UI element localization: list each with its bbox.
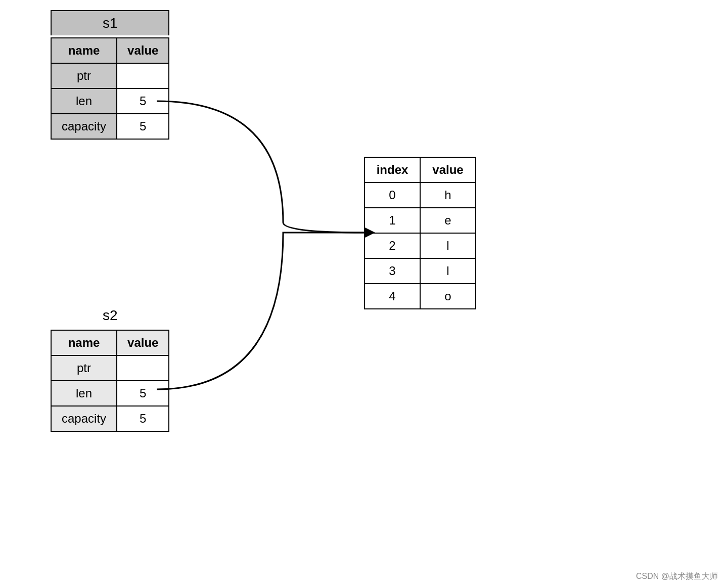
table-row: 3l (365, 258, 476, 284)
s1-header-value: value (117, 38, 169, 63)
array-row-value: l (420, 233, 476, 258)
array-row-index: 2 (365, 233, 420, 258)
array-row-value: e (420, 208, 476, 233)
array-row-index: 0 (365, 183, 420, 208)
array-row-value: h (420, 183, 476, 208)
table-row: 2l (365, 233, 476, 258)
array-header-value: value (420, 157, 476, 183)
s2-header-row: name value (51, 330, 169, 355)
s1-row-name: len (51, 88, 117, 114)
s2-row-name: capacity (51, 406, 117, 431)
array-header-row: index value (365, 157, 476, 183)
main-container: s1 name value ptrlen5capacity5 s2 name v… (0, 0, 728, 587)
s1-row-name: ptr (51, 63, 117, 88)
array-row-value: l (420, 258, 476, 284)
s1-row-value (117, 63, 169, 88)
s2-wrapper: s2 name value ptrlen5capacity5 (51, 303, 169, 432)
array-row-index: 3 (365, 258, 420, 284)
s1-header-name: name (51, 38, 117, 63)
table-row: ptr (51, 355, 169, 381)
s2-row-name: ptr (51, 355, 117, 381)
table-row: capacity5 (51, 114, 169, 139)
array-header-index: index (365, 157, 420, 183)
table-row: 1e (365, 208, 476, 233)
table-row: len5 (51, 88, 169, 114)
s2-row-value: 5 (117, 381, 169, 406)
table-row: len5 (51, 381, 169, 406)
s2-header-value: value (117, 330, 169, 355)
s2-header-name: name (51, 330, 117, 355)
s1-label: s1 (51, 10, 169, 35)
table-row: ptr (51, 63, 169, 88)
watermark: CSDN @战术摸鱼大师 (636, 571, 718, 582)
s2-table: name value ptrlen5capacity5 (51, 330, 169, 432)
array-row-index: 1 (365, 208, 420, 233)
s1-row-name: capacity (51, 114, 117, 139)
table-row: 0h (365, 183, 476, 208)
s1-header-row: name value (51, 38, 169, 63)
s2-row-value: 5 (117, 406, 169, 431)
table-row: 4o (365, 284, 476, 309)
array-table: index value 0h1e2l3l4o (364, 157, 476, 309)
array-row-index: 4 (365, 284, 420, 309)
s2-row-name: len (51, 381, 117, 406)
array-wrapper: index value 0h1e2l3l4o (364, 157, 476, 309)
s1-wrapper: s1 name value ptrlen5capacity5 (51, 10, 169, 140)
s2-row-value (117, 355, 169, 381)
s2-label: s2 (51, 303, 169, 328)
s1-row-value: 5 (117, 88, 169, 114)
s1-row-value: 5 (117, 114, 169, 139)
s1-table: name value ptrlen5capacity5 (51, 37, 169, 140)
table-row: capacity5 (51, 406, 169, 431)
array-row-value: o (420, 284, 476, 309)
